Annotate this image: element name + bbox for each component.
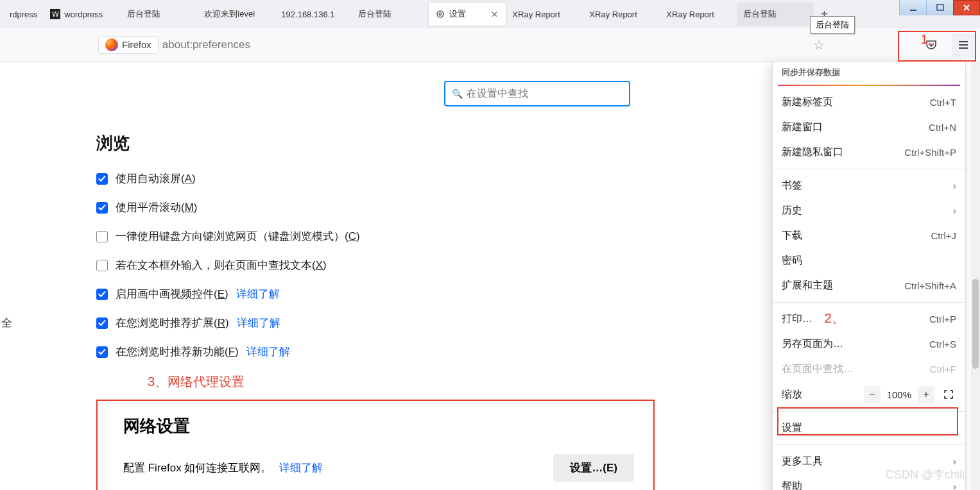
checkbox[interactable] — [96, 289, 108, 300]
zoom-in-button[interactable]: + — [918, 386, 934, 403]
menu-item[interactable]: 下载Ctrl+J — [773, 223, 965, 248]
shortcut-label: Ctrl+P — [929, 314, 956, 325]
learn-more-link[interactable]: 详细了解 — [246, 344, 290, 359]
menu-item-label: 设置 — [782, 421, 802, 435]
checkbox[interactable] — [96, 346, 108, 358]
menu-item: 在页面中查找…Ctrl+F — [773, 357, 965, 382]
annotation-2: 2、 — [824, 309, 845, 327]
option-label: 若在文本框外输入，则在页面中查找文本(X) — [116, 258, 327, 273]
fullscreen-button[interactable] — [941, 387, 956, 402]
tab-label: 后台登陆 — [743, 8, 777, 20]
chevron-right-icon: › — [953, 205, 956, 217]
menu-item-label: 密码 — [782, 254, 802, 267]
shortcut-label: Ctrl+F — [930, 364, 956, 375]
network-settings-button[interactable]: 设置…(E) — [553, 454, 634, 482]
tab-label: 后台登陆 — [127, 8, 160, 20]
preferences-search[interactable]: 🔍 — [444, 81, 630, 106]
bookmark-star-icon[interactable]: ☆ — [813, 37, 825, 53]
tab-9[interactable]: XRay Report — [583, 3, 660, 26]
menu-item[interactable]: 扩展和主题Ctrl+Shift+A — [773, 273, 965, 298]
menu-item-label: 书签 — [782, 179, 802, 192]
section-network-title: 网络设置 — [123, 415, 634, 437]
page-scrollbar[interactable] — [971, 61, 980, 490]
tab-label: wordpress — [64, 10, 103, 19]
tab-label: 192.168.136.1 — [281, 10, 334, 19]
checkbox[interactable] — [96, 173, 108, 185]
menu-item-label: 另存页面为… — [782, 337, 843, 351]
tab-6[interactable]: 后台登陆 — [352, 3, 429, 26]
menu-item-label: 新建隐私窗口 — [782, 146, 843, 159]
menu-item-label: 在页面中查找… — [782, 362, 854, 376]
network-settings-box: 网络设置 配置 Firefox 如何连接互联网。 详细了解 设置…(E) — [96, 400, 655, 490]
sidebar-fragment: 全 — [1, 316, 12, 330]
menu-item-label: 帮助 — [782, 480, 802, 490]
shortcut-label: Ctrl+S — [929, 339, 956, 350]
gear-icon — [435, 9, 445, 19]
menu-gradient-separator — [778, 85, 960, 86]
tab-label: XRay Report — [666, 10, 714, 19]
checkbox[interactable] — [96, 260, 108, 271]
preferences-search-input[interactable] — [467, 88, 623, 99]
menu-item[interactable]: 新建隐私窗口Ctrl+Shift+P — [773, 140, 965, 165]
tab-1[interactable]: rdpress — [3, 3, 44, 26]
menu-item[interactable]: 历史› — [773, 198, 965, 223]
url-text[interactable]: about:preferences — [162, 38, 250, 51]
tab-3[interactable]: 后台登陆 — [121, 3, 198, 26]
menu-sync-header: 同步并保存数据 — [773, 62, 965, 83]
tab-4[interactable]: 欢迎来到level — [198, 3, 275, 26]
tab-label: 设置 — [449, 8, 466, 20]
option-label: 一律使用键盘方向键浏览网页（键盘浏览模式）(C) — [116, 229, 360, 244]
zoom-label: 缩放 — [782, 388, 864, 401]
checkbox[interactable] — [96, 231, 108, 242]
url-identity[interactable]: Firefox — [98, 36, 159, 54]
learn-more-link[interactable]: 详细了解 — [237, 316, 280, 330]
learn-more-link[interactable]: 详细了解 — [236, 287, 280, 301]
svg-rect-0 — [910, 10, 916, 11]
svg-point-2 — [437, 11, 443, 17]
annotation-1: 1、 — [920, 30, 941, 48]
menu-item[interactable]: 另存页面为…Ctrl+S — [773, 332, 965, 357]
tab-10[interactable]: XRay Report — [660, 3, 737, 26]
svg-rect-1 — [937, 4, 943, 10]
option-label: 启用画中画视频控件(E) — [116, 287, 228, 301]
menu-item[interactable]: 新建标签页Ctrl+T — [773, 90, 965, 115]
close-icon[interactable]: ✕ — [490, 8, 499, 21]
shortcut-label: Ctrl+T — [930, 97, 956, 108]
network-desc: 配置 Firefox 如何连接互联网。 — [123, 460, 271, 475]
menu-zoom-row: 缩放 − 100% + — [773, 382, 965, 407]
window-maximize-button[interactable] — [926, 0, 953, 15]
tab-label: 欢迎来到level — [204, 8, 255, 20]
checkbox[interactable] — [96, 317, 108, 329]
shortcut-label: Ctrl+Shift+P — [904, 147, 956, 158]
menu-item-label: 新建标签页 — [782, 96, 833, 109]
zoom-out-button[interactable]: − — [864, 386, 881, 403]
menu-item[interactable]: 新建窗口Ctrl+N — [773, 115, 965, 140]
menu-item[interactable]: 打印…Ctrl+P — [773, 307, 965, 332]
option-label: 在您浏览时推荐新功能(F) — [116, 344, 239, 359]
network-learn-more-link[interactable]: 详细了解 — [279, 460, 323, 475]
tab-wordpress[interactable]: Wwordpress — [44, 3, 121, 26]
menu-item[interactable]: 密码 — [773, 248, 965, 273]
zoom-value: 100% — [887, 389, 911, 400]
menu-item[interactable]: 设置 — [773, 416, 965, 441]
tab-5[interactable]: 192.168.136.1 — [275, 3, 352, 26]
option-label: 在您浏览时推荐扩展(R) — [116, 316, 229, 330]
svg-point-3 — [440, 13, 442, 15]
firefox-icon — [105, 38, 118, 51]
search-icon: 🔍 — [452, 89, 463, 99]
checkbox[interactable] — [96, 202, 108, 214]
tab-label: 后台登陆 — [358, 8, 391, 20]
hamburger-menu-button[interactable] — [952, 33, 975, 56]
window-minimize-button[interactable] — [899, 0, 926, 15]
chevron-right-icon: › — [953, 456, 956, 468]
tab-11[interactable]: 后台登陆 — [737, 3, 814, 26]
tab-8[interactable]: XRay Report — [506, 3, 583, 26]
menu-item-label: 打印… — [782, 312, 812, 326]
chevron-right-icon: › — [953, 180, 956, 192]
menu-item[interactable]: 书签› — [773, 173, 965, 198]
window-close-button[interactable] — [953, 0, 980, 15]
option-label: 使用平滑滚动(M) — [116, 200, 198, 215]
tab-settings[interactable]: 设置 ✕ — [429, 3, 506, 26]
brand-label: Firefox — [122, 39, 151, 50]
menu-item-label: 更多工具 — [782, 455, 823, 468]
